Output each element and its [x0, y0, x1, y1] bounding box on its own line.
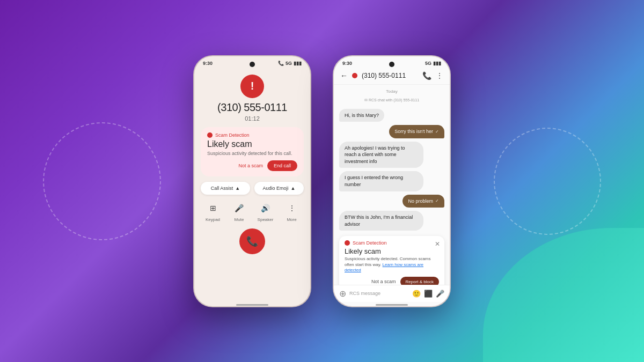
header-warning-dot: [352, 73, 357, 78]
battery-icon: ▮▮▮: [294, 61, 302, 66]
scam-card-actions: Not a scam End call: [207, 160, 297, 171]
chevron-up-icon-2: ▲: [291, 186, 296, 191]
battery-icon-2: ▮▮▮: [433, 61, 441, 66]
msg-5-check: ✓: [435, 198, 439, 204]
end-call-big-button[interactable]: 📞: [239, 228, 265, 254]
more-icon: ⋮: [284, 200, 300, 216]
msg-5: No problem ✓: [402, 195, 444, 208]
keypad-item-more[interactable]: ⋮ More: [280, 200, 304, 222]
chat-date: Today: [339, 89, 444, 94]
phone-1-camera: [250, 62, 255, 67]
phone-2-home-bar: [376, 304, 408, 306]
end-call-button[interactable]: End call: [267, 160, 297, 171]
phone-2-time: 9:30: [342, 61, 352, 66]
msg-4: I guess I entered the wrong number: [339, 171, 423, 191]
scam-banner-title: Likely scam: [345, 247, 439, 255]
chat-input-icons: 🙂 ⬛ 🎤: [412, 290, 444, 298]
mic-icon[interactable]: 🎤: [436, 290, 444, 298]
keypad-item-mute[interactable]: 🎤 Mute: [227, 200, 251, 222]
emoji-icon[interactable]: 🙂: [412, 290, 421, 298]
call-icon[interactable]: 📞: [422, 71, 431, 80]
audio-emoji-button[interactable]: Audio Emoji ▲: [254, 182, 304, 195]
phone-1-home-bar: [236, 304, 268, 306]
chevron-up-icon: ▲: [235, 186, 240, 191]
phone-2-camera: [389, 62, 394, 67]
phone-1-time: 9:30: [203, 61, 213, 66]
phone-1-content: ! (310) 555-0111 01:12 Scam Detection Li…: [194, 68, 310, 302]
more-vert-icon[interactable]: ⋮: [436, 71, 443, 80]
report-block-button[interactable]: Report & block: [400, 277, 439, 285]
mute-label: Mute: [235, 217, 244, 222]
end-call-phone-icon: 📞: [246, 235, 258, 247]
msg-4-text: I guess I entered the wrong number: [345, 175, 403, 187]
phone-icon: 📞: [278, 61, 284, 66]
call-duration: 01:12: [245, 115, 260, 122]
keypad-item-speaker[interactable]: 🔊 Speaker: [253, 200, 277, 222]
scam-card-desc: Suspicious activity detected for this ca…: [207, 151, 297, 156]
scam-card-title: Likely scam: [207, 139, 297, 149]
audio-emoji-label: Audio Emoji: [263, 186, 289, 191]
scam-banner-not-scam-button[interactable]: Not a scam: [371, 279, 396, 284]
scam-banner: ✕ Scam Detection Likely scam Suspicious …: [339, 236, 444, 284]
phone-1-number: (310) 555-0111: [217, 101, 287, 114]
scam-banner-label: Scam Detection: [353, 240, 387, 246]
phone-2-status-icons: 5G ▮▮▮: [425, 61, 441, 66]
keypad-item-keypad[interactable]: ⊞ Keypad: [201, 200, 225, 222]
scam-banner-desc: Suspicious activity detected. Common sca…: [345, 256, 439, 273]
bg-circle-right: [494, 128, 601, 235]
call-assist-row: Call Assist ▲ Audio Emoji ▲: [201, 182, 304, 195]
msg-3-text: Ah apologies! I was trying to reach a cl…: [345, 145, 405, 164]
msg-6: BTW this is John, I'm a financial adviso…: [339, 211, 423, 231]
phone-1-status-icons: 📞 5G ▮▮▮: [278, 61, 302, 66]
msg-5-text: No problem: [408, 198, 433, 205]
rcs-icon: ✉: [364, 98, 368, 102]
msg-2: Sorry this isn't her ✓: [389, 125, 444, 138]
msg-2-text: Sorry this isn't her: [394, 128, 433, 135]
bg-blob: [483, 228, 644, 362]
scam-dot: [207, 132, 213, 138]
scam-banner-actions: Not a scam Report & block: [345, 277, 439, 285]
chat-input-field[interactable]: RCS message: [349, 291, 409, 296]
msg-1-text: Hi, is this Mary?: [345, 113, 379, 118]
rcs-info: ✉ RCS chat with (310) 555-0111: [339, 98, 444, 102]
header-phone-number: (310) 555-0111: [362, 72, 418, 79]
warning-circle: !: [240, 75, 264, 98]
chat-input-bar: ⊕ RCS message 🙂 ⬛ 🎤: [334, 285, 450, 302]
msg-3: Ah apologies! I was trying to reach a cl…: [339, 142, 423, 168]
signal-icon: 5G: [286, 61, 292, 66]
not-a-scam-button[interactable]: Not a scam: [238, 163, 263, 168]
mute-icon: 🎤: [231, 200, 247, 216]
call-assist-label: Call Assist: [211, 186, 233, 191]
add-icon[interactable]: ⊕: [339, 289, 346, 299]
keypad-icon: ⊞: [205, 200, 221, 216]
scam-detection-card: Scam Detection Likely scam Suspicious ac…: [201, 127, 304, 176]
back-button[interactable]: ←: [340, 71, 348, 80]
phone-2: 9:30 5G ▮▮▮ ← (310) 555-0111 📞 ⋮ Today ✉…: [333, 55, 451, 307]
header-action-icons: 📞 ⋮: [422, 71, 443, 80]
more-label: More: [287, 217, 296, 222]
msg-1: Hi, is this Mary?: [339, 109, 384, 122]
scam-card-header: Scam Detection: [207, 132, 297, 138]
chat-area: Today ✉ RCS chat with (310) 555-0111 Hi,…: [334, 85, 450, 285]
phone-2-header: ← (310) 555-0111 📞 ⋮: [334, 68, 450, 85]
msg-6-text: BTW this is John, I'm a financial adviso…: [345, 215, 413, 227]
bg-circle-left: [43, 122, 161, 240]
speaker-icon: 🔊: [258, 200, 274, 216]
call-assist-button[interactable]: Call Assist ▲: [201, 182, 250, 195]
speaker-label: Speaker: [258, 217, 274, 222]
scam-banner-header: Scam Detection: [345, 240, 439, 246]
keypad-row: ⊞ Keypad 🎤 Mute 🔊 Speaker ⋮ More: [201, 200, 304, 222]
phone-1: 9:30 📞 5G ▮▮▮ ! (310) 555-0111 01:12 Sca…: [193, 55, 311, 307]
signal-icon-2: 5G: [425, 61, 431, 66]
scam-banner-close[interactable]: ✕: [435, 240, 440, 248]
msg-2-check: ✓: [435, 129, 439, 135]
scam-banner-dot: [345, 240, 350, 246]
phone-2-body: ← (310) 555-0111 📞 ⋮ Today ✉ RCS chat wi…: [334, 68, 450, 302]
keypad-label: Keypad: [206, 217, 220, 222]
sticker-icon[interactable]: ⬛: [424, 290, 433, 298]
scam-card-label: Scam Detection: [215, 132, 250, 138]
rcs-info-text: RCS chat with (310) 555-0111: [369, 98, 419, 102]
